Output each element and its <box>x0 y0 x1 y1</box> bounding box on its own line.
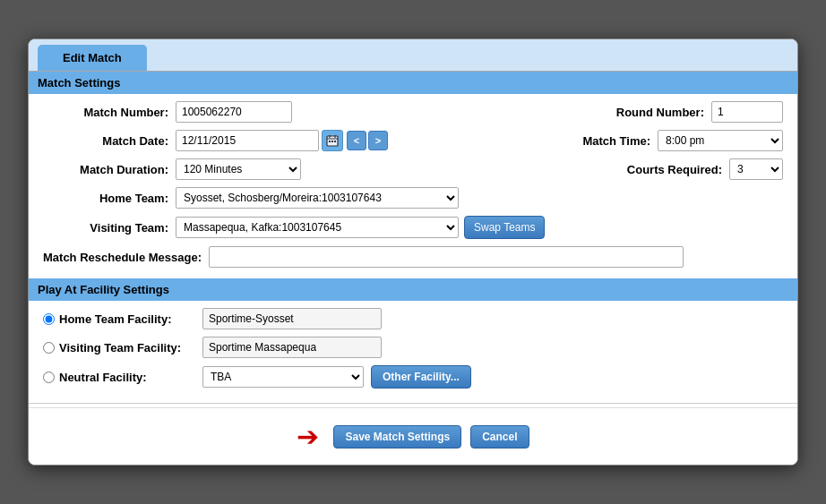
row-visiting-team: Visiting Team: Massapequa, Kafka:1003107… <box>43 216 783 239</box>
courts-required-group: Courts Required: 3 1 2 4 <box>597 158 783 180</box>
neutral-facility-radio[interactable] <box>43 372 55 383</box>
row-visiting-team-facility: Visiting Team Facility: <box>43 337 783 358</box>
tab-bar: Edit Match <box>29 39 797 72</box>
svg-rect-4 <box>329 141 331 142</box>
svg-rect-5 <box>331 141 333 142</box>
match-time-label: Match Time: <box>525 134 650 148</box>
date-prev-btn[interactable]: < <box>347 131 366 150</box>
row-match-duration: Match Duration: 120 Minutes 90 Minutes 6… <box>43 158 783 180</box>
edit-match-dialog: Edit Match Match Settings Match Number: … <box>28 38 798 466</box>
footer: ➔ Save Match Settings Cancel <box>29 407 797 465</box>
home-team-facility-input[interactable] <box>202 308 382 329</box>
svg-rect-6 <box>334 141 336 142</box>
match-time-select[interactable]: 8:00 pm 7:00 pm 6:00 pm 9:00 pm <box>658 130 783 151</box>
row-home-team-facility: Home Team Facility: <box>43 308 783 329</box>
courts-required-label: Courts Required: <box>597 163 722 176</box>
match-duration-select[interactable]: 120 Minutes 90 Minutes 60 Minutes <box>176 158 301 180</box>
match-time-group: Match Time: 8:00 pm 7:00 pm 6:00 pm 9:00… <box>525 130 783 151</box>
cancel-button[interactable]: Cancel <box>470 425 529 448</box>
match-number-label: Match Number: <box>43 106 168 119</box>
home-team-facility-radio[interactable] <box>43 313 55 325</box>
visiting-team-facility-label: Visiting Team Facility: <box>59 341 202 355</box>
match-date-label: Match Date: <box>43 134 168 148</box>
arrow-icon: ➔ <box>297 421 319 452</box>
reschedule-message-input[interactable] <box>209 246 684 268</box>
calendar-icon[interactable] <box>322 130 343 151</box>
tab-edit-match[interactable]: Edit Match <box>38 45 147 71</box>
match-settings-header: Match Settings <box>29 72 797 94</box>
row-match-number: Match Number: Round Number: <box>43 101 783 123</box>
swap-teams-button[interactable]: Swap Teams <box>464 216 545 239</box>
facility-settings-header: Play At Facility Settings <box>29 278 797 301</box>
row-home-team: Home Team: Syosset, Schosberg/Moreira:10… <box>43 187 783 209</box>
visiting-team-select[interactable]: Massapequa, Kafka:1003107645 <box>176 217 459 238</box>
neutral-facility-select[interactable]: TBA <box>202 366 364 388</box>
match-date-input[interactable] <box>176 130 319 151</box>
round-number-input[interactable] <box>711 101 783 123</box>
row-neutral-facility: Neutral Facility: TBA Other Facility... <box>43 365 783 389</box>
home-team-facility-label: Home Team Facility: <box>59 312 202 326</box>
round-number-group: Round Number: <box>579 101 783 123</box>
visiting-team-label: Visiting Team: <box>43 221 168 235</box>
visiting-team-facility-radio[interactable] <box>43 342 55 354</box>
other-facility-button[interactable]: Other Facility... <box>371 365 471 389</box>
neutral-facility-label: Neutral Facility: <box>59 371 202 384</box>
courts-required-select[interactable]: 3 1 2 4 <box>729 158 783 180</box>
date-next-btn[interactable]: > <box>368 131 388 150</box>
facility-settings-form: Home Team Facility: Visiting Team Facili… <box>29 301 797 399</box>
reschedule-message-label: Match Reschedule Message: <box>43 251 202 264</box>
round-number-label: Round Number: <box>579 106 704 119</box>
match-number-input[interactable] <box>176 101 292 123</box>
home-team-select[interactable]: Syosset, Schosberg/Moreira:1003107643 <box>176 187 459 209</box>
save-match-settings-button[interactable]: Save Match Settings <box>333 425 461 448</box>
match-settings-form: Match Number: Round Number: Match Date: <box>29 94 797 278</box>
row-match-date: Match Date: < > Match Time: 8:00 pm <box>43 130 783 151</box>
home-team-label: Home Team: <box>43 192 168 205</box>
match-duration-label: Match Duration: <box>43 163 168 176</box>
row-reschedule-message: Match Reschedule Message: <box>43 246 783 268</box>
visiting-team-facility-input[interactable] <box>202 337 382 358</box>
